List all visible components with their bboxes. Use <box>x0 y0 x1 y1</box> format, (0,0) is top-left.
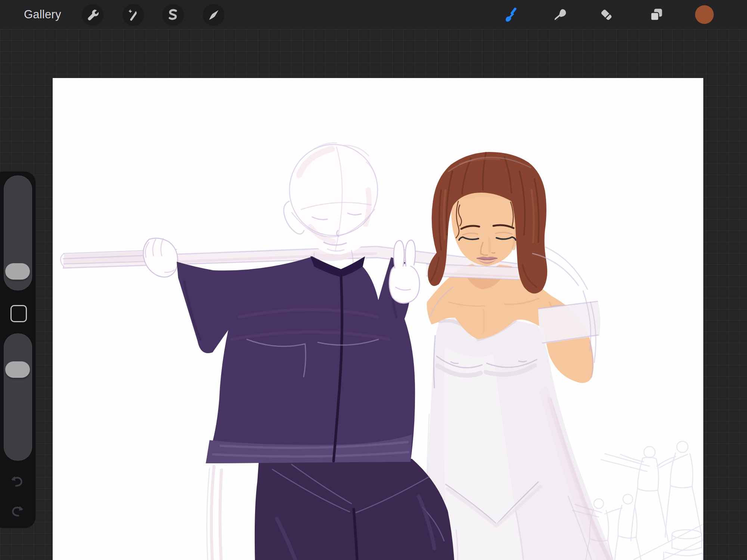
groom-jacket <box>177 256 415 463</box>
color-swatch-icon <box>695 5 714 24</box>
layers-button[interactable] <box>648 6 665 24</box>
wrench-icon <box>85 7 100 22</box>
selection-s-icon <box>165 7 180 22</box>
transform-arrow-icon <box>206 7 221 22</box>
color-swatch-button[interactable] <box>695 5 714 24</box>
actions-button[interactable] <box>82 4 103 26</box>
transform-button[interactable] <box>203 4 224 26</box>
smudge-tool-button[interactable] <box>551 6 568 24</box>
undo-button[interactable] <box>9 474 25 491</box>
brush-tool-button[interactable] <box>503 6 520 24</box>
redo-button[interactable] <box>9 504 25 520</box>
smudge-finger-icon <box>551 6 568 24</box>
redo-icon <box>9 504 25 520</box>
eraser-icon <box>598 6 615 24</box>
modify-button[interactable] <box>10 305 27 322</box>
paint-brush-icon <box>503 6 520 24</box>
artwork[interactable] <box>53 78 703 560</box>
selection-button[interactable] <box>162 4 184 26</box>
undo-icon <box>9 474 25 491</box>
magic-wand-icon <box>126 7 141 22</box>
groom-right-hand <box>389 240 419 303</box>
brush-size-slider-handle[interactable] <box>5 263 30 280</box>
groom-pants <box>255 459 455 560</box>
adjustments-button[interactable] <box>123 4 144 26</box>
bride-figure <box>423 152 617 560</box>
procreate-app: Gallery <box>0 0 747 560</box>
coattail-sketch <box>207 466 221 560</box>
eraser-tool-button[interactable] <box>598 6 615 24</box>
gallery-button[interactable]: Gallery <box>24 0 61 29</box>
drawing-canvas[interactable] <box>53 78 703 560</box>
opacity-slider[interactable] <box>4 333 32 461</box>
workspace-background <box>0 29 747 560</box>
top-toolbar: Gallery <box>0 0 747 29</box>
layers-icon <box>648 6 665 24</box>
groom-left-hand <box>143 238 178 277</box>
opacity-slider-handle[interactable] <box>5 361 30 378</box>
